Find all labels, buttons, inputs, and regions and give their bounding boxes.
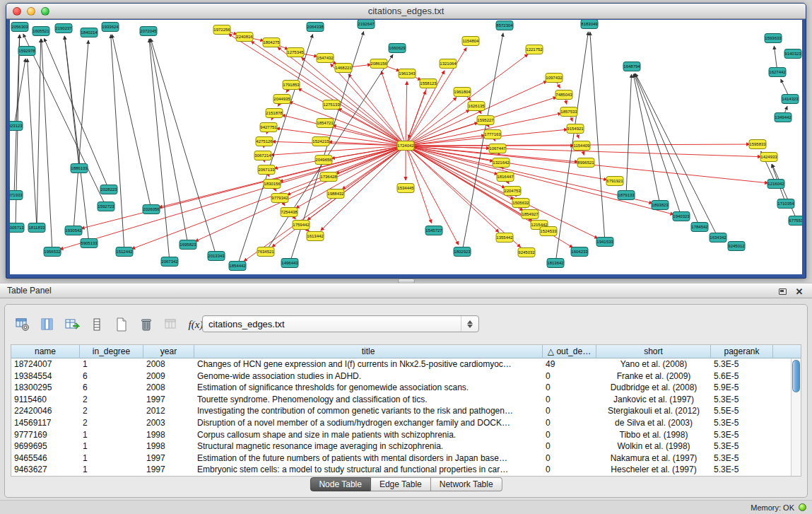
graph-node[interactable]: 1784542	[691, 223, 708, 232]
graph-node[interactable]: 1605521	[33, 27, 49, 36]
table-cell[interactable]: 0	[543, 405, 596, 417]
graph-node[interactable]: 2204753	[504, 187, 521, 196]
rows-icon[interactable]	[88, 315, 106, 334]
table-row[interactable]: 1456911722003Disruption of a novel membe…	[11, 417, 791, 429]
table-cell[interactable]: 1	[80, 452, 143, 465]
table-cell[interactable]: 0	[543, 417, 596, 429]
column-header-out_de[interactable]: △ out_de…	[543, 345, 596, 358]
table-cell[interactable]: 9699695	[11, 440, 80, 452]
graph-node[interactable]: 1871933	[10, 191, 23, 200]
table-cell[interactable]: Tibbo et al. (1998)	[596, 429, 711, 441]
graph-node[interactable]: 1524215	[312, 137, 329, 146]
column-header-short[interactable]: short	[596, 345, 711, 358]
graph-node[interactable]: 1940323	[673, 212, 690, 221]
graph-node[interactable]: 1414323	[782, 95, 799, 104]
graph-node[interactable]: 8572304	[496, 21, 513, 30]
table-cell[interactable]: 2	[80, 394, 143, 406]
graph-node[interactable]: 2190237	[55, 24, 72, 33]
graph-node[interactable]: 1857533	[560, 107, 577, 117]
graph-node[interactable]: 2026056	[143, 205, 160, 214]
table-cell[interactable]: de Silva et al. (2003)	[596, 417, 711, 429]
graph-node[interactable]: 1879133	[618, 191, 635, 200]
table-cell[interactable]: 0	[543, 464, 596, 476]
table-cell[interactable]: Estimation of the future numbers of pati…	[194, 452, 543, 465]
tab-edge-table[interactable]: Edge Table	[371, 477, 431, 491]
table-cell[interactable]: 22420046	[11, 405, 80, 417]
graph-node[interactable]: 1759442	[293, 221, 310, 230]
graph-node[interactable]: 1275133	[323, 100, 340, 110]
table-cell[interactable]: 0	[543, 394, 596, 406]
graph-node[interactable]: 1512442	[116, 247, 133, 257]
close-panel-icon[interactable]: ✕	[794, 286, 805, 297]
table-cell[interactable]: Corpus callosum shape and size in male p…	[194, 429, 543, 441]
table-cell[interactable]: 2	[80, 405, 143, 417]
table-cell[interactable]: 2008	[143, 358, 194, 370]
table-cell[interactable]: 5.3E-5	[711, 440, 773, 452]
graph-node[interactable]: 1988432	[327, 189, 344, 199]
table-settings-icon[interactable]	[13, 315, 32, 334]
table-row[interactable]: 911546021997Tourette syndrome. Phenomeno…	[11, 394, 791, 406]
graph-node[interactable]: 9140323	[784, 49, 801, 59]
graph-node[interactable]: 2067342	[161, 257, 178, 267]
table-cell[interactable]: Disruption of a novel member of a sodium…	[194, 417, 543, 429]
graph-node[interactable]: 1154804	[462, 37, 479, 46]
table-cell[interactable]: 1997	[143, 452, 194, 465]
table-cell[interactable]: Genome-wide association studies in ADHD.	[194, 370, 543, 382]
table-cell[interactable]: 9463627	[11, 464, 80, 476]
table-cell[interactable]: Embryonic stem cells: a model to study s…	[194, 464, 543, 476]
graph-node[interactable]: 7485043	[555, 90, 572, 100]
table-cell[interactable]: 9465546	[11, 452, 80, 465]
table-cell[interactable]: Investigating the contribution of common…	[194, 405, 543, 417]
table-cell[interactable]: 2	[80, 417, 143, 429]
graph-node[interactable]: 2056303	[11, 23, 28, 32]
graph-node[interactable]: 1941533	[596, 238, 613, 247]
graph-node[interactable]: 2072045	[140, 27, 157, 36]
table-cell[interactable]: 5.3E-5	[711, 417, 773, 429]
table-scrollbar[interactable]	[791, 358, 801, 476]
table-scrollbar-thumb[interactable]	[792, 360, 800, 392]
table-row[interactable]: 946554611997Estimation of the future num…	[11, 452, 791, 465]
table-cell[interactable]: 5.3E-5	[711, 394, 773, 406]
graph-node[interactable]: 1545727	[425, 226, 442, 235]
table-import-icon[interactable]	[63, 315, 81, 334]
graph-node[interactable]: 2067133	[258, 165, 275, 175]
table-cell[interactable]: 0	[543, 452, 596, 465]
graph-node[interactable]: 7254438	[281, 208, 298, 217]
graph-node[interactable]: 9245012	[728, 242, 745, 251]
merge-tables-icon[interactable]	[162, 315, 180, 334]
tab-network-table[interactable]: Network Table	[431, 477, 502, 491]
graph-node[interactable]: 1496443	[281, 259, 298, 268]
graph-node[interactable]: 7634521	[257, 247, 274, 257]
graph-node[interactable]: 1634342	[710, 233, 726, 243]
float-panel-icon[interactable]	[777, 286, 788, 297]
table-cell[interactable]: Tourette syndrome. Phenomenology and cla…	[194, 394, 543, 406]
table-cell[interactable]: 1997	[143, 394, 194, 406]
table-cell[interactable]: 2009	[143, 370, 194, 382]
graph-node[interactable]: 2192647	[358, 20, 375, 29]
table-cell[interactable]: Franke et al. (2009)	[596, 370, 711, 382]
table-cell[interactable]: Wolkin et al. (1998)	[596, 440, 711, 452]
graph-node[interactable]: 2240816	[236, 33, 253, 42]
table-row[interactable]: 969969511998Structural magnetic resonanc…	[11, 440, 791, 452]
table-cell[interactable]: 2012	[143, 405, 194, 417]
graph-node[interactable]: 1802923	[454, 247, 471, 257]
table-cell[interactable]: Yano et al. (2008)	[596, 358, 711, 370]
network-canvas[interactable]: 2056303160552121902371840214193362420720…	[10, 20, 802, 274]
graph-node[interactable]: 1961804	[454, 88, 471, 97]
table-cell[interactable]: 19384554	[11, 370, 80, 382]
table-cell[interactable]: 1998	[143, 429, 194, 441]
table-cell[interactable]: 5.3E-5	[711, 452, 773, 465]
zoom-window-button[interactable]	[41, 7, 49, 16]
table-cell[interactable]: 2008	[143, 382, 194, 394]
table-cell[interactable]: 5.5E-5	[711, 405, 773, 417]
graph-node[interactable]: 1154409	[573, 141, 590, 151]
graph-node[interactable]: 1216042	[767, 180, 784, 189]
table-cell[interactable]: Jankovic et al. (1997)	[596, 394, 711, 406]
table-row[interactable]: 2242004622012Investigating the contribut…	[11, 405, 791, 417]
table-row[interactable]: 946362711997Embryonic stem cells: a mode…	[11, 464, 791, 476]
graph-node[interactable]: 4275126	[256, 137, 273, 146]
graph-node[interactable]: 2013343	[208, 252, 225, 261]
table-cell[interactable]: 6	[80, 382, 143, 394]
graph-node[interactable]: 1930542	[65, 226, 82, 235]
table-cell[interactable]: 9777169	[11, 429, 80, 441]
